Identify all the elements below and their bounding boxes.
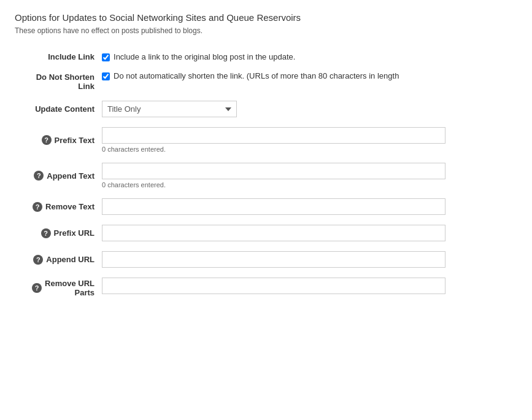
remove-text-input[interactable] bbox=[102, 198, 445, 215]
do-not-shorten-checkbox-row: Do not automatically shorten the link. (… bbox=[102, 71, 514, 80]
update-content-select[interactable]: Title Only Full Content Excerpt Title an… bbox=[102, 101, 237, 117]
prefix-text-row: ? Prefix Text 0 characters entered. bbox=[15, 122, 517, 158]
include-link-description: Include a link to the original blog post… bbox=[114, 52, 295, 61]
prefix-url-row: ? Prefix URL bbox=[15, 220, 517, 246]
append-text-field: 0 characters entered. bbox=[98, 158, 517, 193]
append-url-label: ? Append URL bbox=[15, 246, 98, 273]
page-subtitle: These options have no effect on posts pu… bbox=[15, 26, 517, 35]
do-not-shorten-checkbox[interactable] bbox=[102, 72, 110, 80]
remove-text-label: ? Remove Text bbox=[15, 193, 98, 220]
do-not-shorten-label: Do Not Shorten Link bbox=[15, 66, 98, 96]
append-url-input[interactable] bbox=[102, 251, 445, 268]
prefix-url-field bbox=[98, 220, 517, 246]
include-link-checkbox-row: Include a link to the original blog post… bbox=[102, 52, 514, 61]
remove-url-parts-input[interactable] bbox=[102, 278, 445, 294]
remove-url-parts-label: ? Remove URL Parts bbox=[15, 273, 98, 302]
prefix-text-help-icon[interactable]: ? bbox=[42, 135, 52, 145]
prefix-url-help-icon[interactable]: ? bbox=[41, 228, 51, 238]
append-text-help-icon[interactable]: ? bbox=[34, 171, 44, 181]
page-title: Options for Updates to Social Networking… bbox=[15, 12, 517, 23]
prefix-url-input[interactable] bbox=[102, 225, 445, 241]
prefix-url-label: ? Prefix URL bbox=[15, 220, 98, 246]
append-text-label: ? Append Text bbox=[15, 158, 98, 193]
prefix-text-input[interactable] bbox=[102, 127, 445, 144]
append-url-field bbox=[98, 246, 517, 273]
update-content-row: Update Content Title Only Full Content E… bbox=[15, 96, 517, 122]
append-text-char-count: 0 characters entered. bbox=[102, 181, 514, 189]
options-form: Include Link Include a link to the origi… bbox=[15, 47, 517, 302]
include-link-checkbox[interactable] bbox=[102, 53, 110, 61]
append-text-input[interactable] bbox=[102, 163, 445, 179]
do-not-shorten-description: Do not automatically shorten the link. (… bbox=[114, 71, 399, 80]
append-text-row: ? Append Text 0 characters entered. bbox=[15, 158, 517, 193]
remove-url-parts-field bbox=[98, 273, 517, 302]
remove-url-parts-help-icon[interactable]: ? bbox=[32, 283, 42, 293]
include-link-field: Include a link to the original blog post… bbox=[98, 47, 517, 66]
do-not-shorten-row: Do Not Shorten Link Do not automatically… bbox=[15, 66, 517, 96]
update-content-label: Update Content bbox=[15, 96, 98, 122]
do-not-shorten-field: Do not automatically shorten the link. (… bbox=[98, 66, 517, 96]
remove-url-parts-row: ? Remove URL Parts bbox=[15, 273, 517, 302]
prefix-text-label: ? Prefix Text bbox=[15, 122, 98, 158]
update-content-field: Title Only Full Content Excerpt Title an… bbox=[98, 96, 517, 122]
remove-text-help-icon[interactable]: ? bbox=[33, 202, 42, 212]
remove-text-row: ? Remove Text bbox=[15, 193, 517, 220]
remove-text-field bbox=[98, 193, 517, 220]
append-url-help-icon[interactable]: ? bbox=[33, 255, 43, 265]
prefix-text-field: 0 characters entered. bbox=[98, 122, 517, 158]
include-link-label: Include Link bbox=[15, 47, 98, 66]
include-link-row: Include Link Include a link to the origi… bbox=[15, 47, 517, 66]
append-url-row: ? Append URL bbox=[15, 246, 517, 273]
prefix-text-char-count: 0 characters entered. bbox=[102, 146, 514, 153]
